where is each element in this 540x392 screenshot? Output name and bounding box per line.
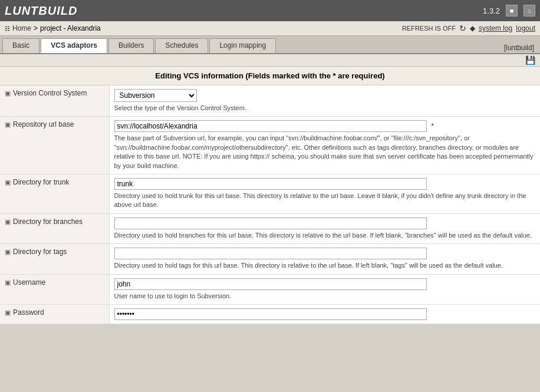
user-badge: [luntbuild] <box>501 42 538 53</box>
hint-repo: The base part of Subversion url, for exa… <box>114 134 536 170</box>
breadcrumb-right: REFRESH IS OFF ↻ ◆ system log logout <box>402 24 535 33</box>
hint-username: User name to use to login to Subversion. <box>114 292 536 301</box>
field-icon-repo: ▣ <box>5 121 11 129</box>
field-icon-vcs: ▣ <box>5 90 11 97</box>
label-password: ▣ Password <box>0 304 109 324</box>
diamond-icon: ◆ <box>470 24 475 32</box>
tab-login-mapping[interactable]: Login mapping <box>209 38 276 53</box>
label-text-password: Password <box>13 308 44 317</box>
field-icon-password: ▣ <box>5 309 11 317</box>
label-text-username: Username <box>13 278 45 286</box>
version-text: 1.3.2 <box>483 6 500 15</box>
header-right: 1.3.2 ■ ⌂ <box>483 5 535 17</box>
project-link: project - Alexandria <box>40 24 101 32</box>
table-row: ▣ Directory for tags Directory used to h… <box>0 244 540 274</box>
settings-icon[interactable]: ■ <box>506 5 518 17</box>
tab-basic[interactable]: Basic <box>2 38 39 53</box>
label-trunk: ▣ Directory for trunk <box>0 174 109 213</box>
repo-url-input[interactable] <box>114 120 427 132</box>
tabs: Basic VCS adaptors Builders Schedules Lo… <box>0 36 540 54</box>
refresh-status: REFRESH IS OFF <box>402 25 456 32</box>
content-area: Editing VCS information (Fields marked w… <box>0 67 540 392</box>
breadcrumb-left: ☷ Home > project - Alexandria <box>5 24 101 32</box>
content-branches: Directory used to hold branches for this… <box>109 213 540 243</box>
breadcrumb: ☷ Home > project - Alexandria REFRESH IS… <box>0 21 540 36</box>
form-title: Editing VCS information (Fields marked w… <box>0 67 540 85</box>
table-row: ▣ Username User name to use to login to … <box>0 274 540 304</box>
main-content: Editing VCS information (Fields marked w… <box>0 67 540 324</box>
label-text-branches: Directory for branches <box>13 218 83 226</box>
label-text-repo: Repository url base <box>13 120 74 129</box>
field-icon-username: ▣ <box>5 279 11 286</box>
label-text-tags: Directory for tags <box>13 248 67 256</box>
table-row: ▣ Directory for branches Directory used … <box>0 213 540 243</box>
vcs-type-select[interactable]: Subversion CVS Git Mercurial <box>114 89 197 102</box>
table-row: ▣ Directory for trunk Directory used to … <box>0 174 540 213</box>
tabs-left: Basic VCS adaptors Builders Schedules Lo… <box>2 38 276 53</box>
label-tags: ▣ Directory for tags <box>0 244 109 274</box>
content-password <box>109 304 540 324</box>
toolbar-row: 💾 <box>0 54 540 67</box>
home-link[interactable]: Home <box>12 24 31 32</box>
password-input[interactable] <box>114 308 427 320</box>
tab-builders[interactable]: Builders <box>108 38 154 53</box>
system-log-link[interactable]: system log <box>479 24 512 32</box>
sep1: > <box>34 24 38 32</box>
hint-tags: Directory used to hold tags for this url… <box>114 261 536 270</box>
table-row: ▣ Password <box>0 304 540 324</box>
label-username: ▣ Username <box>0 274 109 304</box>
username-input[interactable] <box>114 278 427 290</box>
field-icon-branches: ▣ <box>5 218 11 226</box>
branches-input[interactable] <box>114 218 427 229</box>
label-repo-url: ▣ Repository url base <box>0 117 109 174</box>
header: LUNTBUILD 1.3.2 ■ ⌂ <box>0 0 540 21</box>
table-row: ▣ Repository url base * The base part of… <box>0 117 540 174</box>
toolbar-icon[interactable]: 💾 <box>525 55 535 65</box>
hint-branches: Directory used to hold branches for this… <box>114 231 536 240</box>
hint-trunk: Directory used to hold trunk for this ur… <box>114 192 536 210</box>
home-icon[interactable]: ⌂ <box>523 5 535 17</box>
page-wrapper: Editing VCS information (Fields marked w… <box>0 67 540 392</box>
tab-schedules[interactable]: Schedules <box>155 38 208 53</box>
content-username: User name to use to login to Subversion. <box>109 274 540 304</box>
label-text-vcs: Version Control System <box>13 89 87 97</box>
content-repo: * The base part of Subversion url, for e… <box>109 117 540 174</box>
label-branches: ▣ Directory for branches <box>0 213 109 243</box>
refresh-icon: ↻ <box>459 24 466 33</box>
form-table: ▣ Version Control System Subversion CVS … <box>0 85 540 324</box>
tab-vcs-adaptors[interactable]: VCS adaptors <box>41 38 107 53</box>
table-row: ▣ Version Control System Subversion CVS … <box>0 85 540 117</box>
label-vcs: ▣ Version Control System <box>0 85 109 117</box>
logout-link[interactable]: logout <box>516 24 535 32</box>
trunk-input[interactable] <box>114 178 427 190</box>
content-vcs: Subversion CVS Git Mercurial Select the … <box>109 85 540 117</box>
field-icon-trunk: ▣ <box>5 179 11 186</box>
breadcrumb-icon: ☷ <box>5 25 10 32</box>
label-text-trunk: Directory for trunk <box>13 178 69 186</box>
content-trunk: Directory used to hold trunk for this ur… <box>109 174 540 213</box>
logo: LUNTBUILD <box>5 4 77 18</box>
content-tags: Directory used to hold tags for this url… <box>109 244 540 274</box>
field-icon-tags: ▣ <box>5 248 11 256</box>
required-star-repo: * <box>432 122 434 130</box>
tags-input[interactable] <box>114 248 427 259</box>
hint-vcs: Select the type of the Version Control S… <box>114 104 536 113</box>
